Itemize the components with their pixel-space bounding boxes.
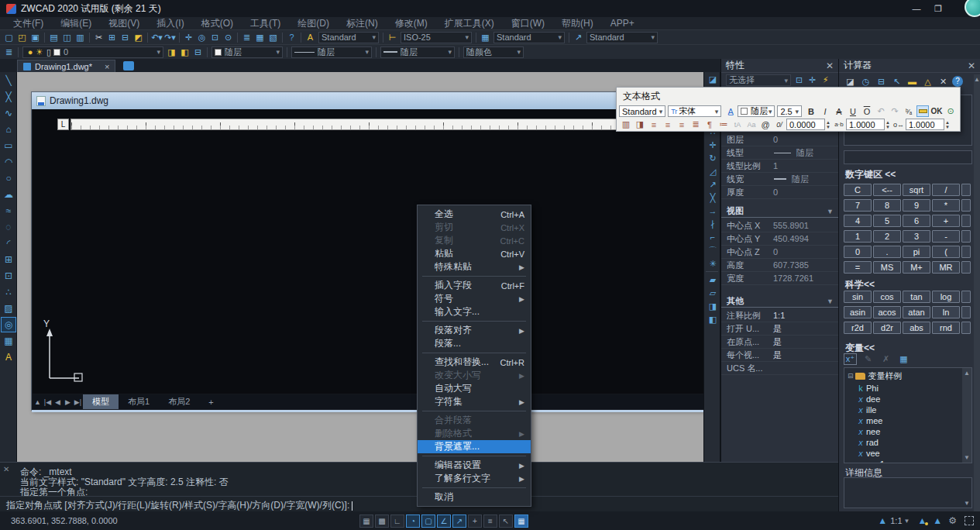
quick-properties-icon[interactable]: ▦ bbox=[514, 515, 528, 528]
layer-isolate-icon[interactable]: ⊟ bbox=[191, 46, 205, 58]
calc-key-clipped[interactable] bbox=[961, 215, 971, 227]
tf-height-combo[interactable]: 2.5▾ bbox=[777, 105, 802, 117]
calc-key-clipped[interactable] bbox=[961, 184, 971, 196]
menu-item-character-set[interactable]: 字符集▶ bbox=[418, 395, 531, 408]
tf-color-combo[interactable]: 随层▾ bbox=[738, 105, 775, 117]
variable-item[interactable]: xrad bbox=[855, 437, 879, 448]
circle-tool-icon[interactable]: ○ bbox=[1, 170, 16, 186]
menu-file[interactable]: 文件(F) bbox=[5, 17, 52, 30]
calc-clear-expr-icon[interactable]: ✕ bbox=[937, 76, 950, 88]
calc-measure-angle-icon[interactable]: △ bbox=[921, 76, 934, 88]
tab-next-icon[interactable]: ▶ bbox=[63, 398, 73, 406]
calc-key[interactable]: MS bbox=[873, 261, 901, 274]
oblique-spinner[interactable]: ▲▼ bbox=[826, 120, 830, 129]
save-icon[interactable]: ▣ bbox=[29, 32, 42, 43]
tab-last-icon[interactable]: ▶| bbox=[73, 398, 83, 406]
match-properties-icon[interactable]: ◩ bbox=[132, 32, 145, 43]
menu-edit[interactable]: 编辑(E) bbox=[52, 17, 100, 30]
drawing-canvas[interactable]: L Y bbox=[33, 109, 706, 394]
polygon-tool-icon[interactable]: ⌂ bbox=[1, 122, 16, 137]
pan-icon[interactable]: ✛ bbox=[182, 32, 195, 43]
calc-key[interactable]: M+ bbox=[903, 261, 930, 274]
menu-window[interactable]: 窗口(W) bbox=[503, 17, 553, 30]
zoom-previous-icon[interactable]: ⊙ bbox=[222, 32, 235, 43]
align-right-icon[interactable]: ≡ bbox=[676, 119, 688, 130]
region-tool-icon[interactable]: ◎ bbox=[1, 317, 16, 332]
tree-scrollbar[interactable]: ▲▼ bbox=[962, 368, 971, 463]
tf-redo-icon[interactable]: ↷ bbox=[889, 105, 901, 117]
scale-tool-icon[interactable]: ◿ bbox=[705, 165, 720, 177]
paste-icon[interactable]: ⊟ bbox=[119, 32, 132, 43]
overline-button[interactable]: O bbox=[861, 105, 873, 117]
extend-tool-icon[interactable]: → bbox=[705, 205, 720, 217]
panel-scrollbar[interactable]: ▲ bbox=[974, 74, 980, 511]
calc-key[interactable]: MR bbox=[932, 261, 960, 274]
prop-value[interactable]: 是 bbox=[771, 349, 839, 361]
tab-layout1[interactable]: 布局1 bbox=[119, 394, 159, 409]
tab-prev-icon[interactable]: ◀ bbox=[53, 398, 63, 406]
polyline-tool-icon[interactable]: ∿ bbox=[1, 105, 16, 121]
columns-icon[interactable]: ▥ bbox=[620, 119, 632, 130]
calc-key[interactable]: + bbox=[932, 215, 960, 227]
menu-item-combine-paragraphs[interactable]: 合并段落 bbox=[418, 414, 531, 427]
calc-key[interactable]: log bbox=[932, 291, 960, 303]
cursor-badge-icon[interactable]: ↖ bbox=[499, 515, 513, 528]
calc-key[interactable]: rnd bbox=[932, 322, 960, 334]
print-icon[interactable]: ▤ bbox=[47, 32, 60, 43]
calc-key[interactable]: <-- bbox=[873, 184, 901, 196]
options-chevron-icon[interactable]: ⊙ bbox=[944, 105, 957, 117]
calc-key-clipped[interactable] bbox=[961, 291, 971, 303]
justification-icon[interactable]: ◨ bbox=[634, 119, 646, 130]
zoom-window-icon[interactable]: ⊡ bbox=[208, 32, 222, 43]
bring-above-icon[interactable]: ◨ bbox=[705, 300, 720, 312]
strikethrough-button[interactable]: A bbox=[833, 105, 845, 117]
variable-item[interactable]: xdee bbox=[855, 394, 880, 404]
stack-icon[interactable]: ᵇ⁄ₐ bbox=[903, 105, 915, 117]
menu-item-learn-mtext[interactable]: 了解多行文字▶ bbox=[418, 472, 531, 485]
spline-tool-icon[interactable]: ≈ bbox=[1, 203, 16, 219]
tab-close-icon[interactable]: × bbox=[105, 62, 109, 71]
delete-variable-icon[interactable]: ✗ bbox=[879, 353, 892, 365]
cut-icon[interactable]: ✂ bbox=[92, 32, 105, 43]
layer-previous-icon[interactable]: ◧ bbox=[178, 46, 191, 58]
angle-snap-icon[interactable]: ∠ bbox=[437, 515, 451, 528]
toggle-pickadd-icon[interactable]: ⚡ bbox=[819, 74, 832, 86]
calc-key[interactable]: - bbox=[932, 230, 960, 243]
document-tab[interactable]: Drawing1.dwg* × bbox=[17, 60, 115, 72]
menu-item-select-all[interactable]: 全选Ctrl+A bbox=[418, 208, 531, 221]
menu-draw[interactable]: 绘图(D) bbox=[289, 17, 338, 30]
select-objects-icon[interactable]: ✛ bbox=[806, 74, 819, 86]
calc-get-point-icon[interactable]: ↖ bbox=[890, 76, 903, 88]
snap-icon[interactable]: ▩ bbox=[375, 515, 389, 528]
trim-tool-icon[interactable]: ╳ bbox=[705, 191, 720, 204]
calc-key[interactable]: / bbox=[932, 184, 960, 196]
width-factor-spinner[interactable]: ▲▼ bbox=[945, 120, 950, 129]
layer-manager-icon[interactable]: ≣ bbox=[2, 46, 15, 58]
tab-first-icon[interactable]: |◀ bbox=[43, 398, 53, 406]
lineweight-combo[interactable]: 随层▾ bbox=[380, 46, 455, 58]
rotate-tool-icon[interactable]: ↻ bbox=[705, 152, 720, 164]
ok-button[interactable]: OK bbox=[930, 105, 943, 117]
prop-value[interactable]: 0 bbox=[771, 247, 839, 256]
align-center-icon[interactable]: ≡ bbox=[662, 119, 674, 130]
insert-block-tool-icon[interactable]: ⊞ bbox=[1, 252, 16, 267]
calc-paste-icon[interactable]: ⊟ bbox=[875, 76, 888, 88]
menu-tools[interactable]: 工具(T) bbox=[242, 17, 289, 30]
calc-key-clipped[interactable] bbox=[961, 261, 971, 274]
calc-key[interactable]: * bbox=[932, 199, 960, 212]
layer-walk-icon[interactable]: ▧ bbox=[266, 32, 280, 43]
restore-button[interactable]: ❐ bbox=[927, 1, 949, 16]
selection-combo[interactable]: 无选择▾ bbox=[726, 74, 791, 86]
object-snap-tracking-icon[interactable]: ↗ bbox=[452, 515, 466, 528]
calc-key[interactable]: sqrt bbox=[903, 184, 930, 196]
dynamic-input-icon[interactable]: + bbox=[468, 515, 482, 528]
command-prompt[interactable]: 指定对角点或 [对齐方式(J)/行距(L)/旋转(R)/样式(S)/字高(H)/… bbox=[6, 499, 352, 512]
publish-icon[interactable]: ▥ bbox=[74, 32, 87, 43]
ortho-icon[interactable]: ∟ bbox=[390, 515, 404, 528]
tf-undo-icon[interactable]: ↶ bbox=[875, 105, 887, 117]
calc-key[interactable]: 0 bbox=[844, 246, 872, 258]
menu-item-background-mask[interactable]: 背景遮罩... bbox=[418, 440, 531, 453]
table-style-combo[interactable]: Standard▾ bbox=[493, 32, 565, 43]
color-combo[interactable]: 随层▾ bbox=[211, 46, 283, 58]
preview-icon[interactable]: ◫ bbox=[60, 32, 74, 43]
